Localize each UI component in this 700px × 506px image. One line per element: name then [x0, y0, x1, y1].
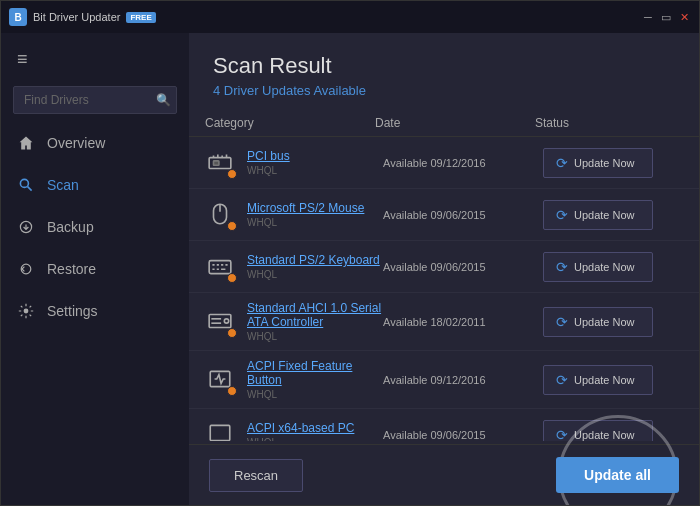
table-row: Microsoft PS/2 Mouse WHQL Available 09/0…: [189, 189, 699, 241]
update-btn-label: Update Now: [574, 261, 635, 273]
update-now-button[interactable]: ⟳ Update Now: [543, 420, 653, 442]
svg-rect-6: [209, 260, 231, 273]
driver-update-cell: ⟳ Update Now: [543, 200, 683, 230]
title-bar-controls: ─ ▭ ✕: [641, 10, 691, 24]
driver-icon-container: [205, 419, 237, 442]
driver-name[interactable]: PCI bus: [247, 149, 290, 163]
update-icon: ⟳: [556, 207, 568, 223]
driver-info: PCI bus WHQL: [205, 147, 383, 179]
driver-icon-container: [205, 147, 237, 179]
svg-rect-12: [210, 425, 230, 440]
table-row: ACPI Fixed Feature Button WHQL Available…: [189, 351, 699, 409]
title-bar: B Bit Driver Updater FREE ─ ▭ ✕: [1, 1, 699, 33]
update-now-button[interactable]: ⟳ Update Now: [543, 307, 653, 337]
driver-icon: [205, 419, 235, 442]
table-row: PCI bus WHQL Available 09/12/2016 ⟳ Upda…: [189, 137, 699, 189]
page-title: Scan Result: [213, 53, 675, 79]
update-now-button[interactable]: ⟳ Update Now: [543, 148, 653, 178]
driver-date: Available 09/06/2015: [383, 429, 543, 441]
alert-dot: [227, 386, 237, 396]
sidebar-item-backup[interactable]: Backup: [1, 206, 189, 248]
main-layout: ≡ 🔍 Overview: [1, 33, 699, 505]
driver-rows: PCI bus WHQL Available 09/12/2016 ⟳ Upda…: [189, 137, 699, 441]
driver-whql: WHQL: [247, 437, 354, 441]
content-header: Scan Result 4 Driver Updates Available: [189, 33, 699, 110]
driver-icon-container: [205, 199, 237, 231]
driver-details: ACPI Fixed Feature Button WHQL: [247, 359, 383, 400]
driver-name[interactable]: Standard PS/2 Keyboard: [247, 253, 380, 267]
restore-button[interactable]: ▭: [659, 10, 673, 24]
bottom-bar: Rescan Update all: [189, 444, 699, 505]
rescan-button[interactable]: Rescan: [209, 459, 303, 492]
driver-details: Standard PS/2 Keyboard WHQL: [247, 253, 380, 280]
driver-whql: WHQL: [247, 217, 364, 228]
alert-dot: [227, 273, 237, 283]
driver-date: Available 09/06/2015: [383, 209, 543, 221]
driver-name[interactable]: Microsoft PS/2 Mouse: [247, 201, 364, 215]
table-header: Category Date Status: [189, 110, 699, 137]
restore-label: Restore: [47, 261, 96, 277]
update-now-button[interactable]: ⟳ Update Now: [543, 200, 653, 230]
svg-rect-7: [209, 314, 231, 327]
alert-dot: [227, 221, 237, 231]
svg-point-8: [224, 318, 228, 322]
search-icon[interactable]: 🔍: [156, 93, 171, 107]
driver-update-cell: ⟳ Update Now: [543, 148, 683, 178]
table-row: Standard PS/2 Keyboard WHQL Available 09…: [189, 241, 699, 293]
home-icon: [17, 134, 35, 152]
driver-update-cell: ⟳ Update Now: [543, 307, 683, 337]
driver-whql: WHQL: [247, 389, 383, 400]
sidebar-item-overview[interactable]: Overview: [1, 122, 189, 164]
driver-icon-container: [205, 306, 237, 338]
svg-rect-3: [209, 157, 231, 168]
close-button[interactable]: ✕: [677, 10, 691, 24]
driver-date: Available 09/12/2016: [383, 374, 543, 386]
update-icon: ⟳: [556, 314, 568, 330]
alert-dot: [227, 328, 237, 338]
update-icon: ⟳: [556, 259, 568, 275]
update-icon: ⟳: [556, 155, 568, 171]
content-area: Scan Result 4 Driver Updates Available C…: [189, 33, 699, 505]
driver-name[interactable]: ACPI x64-based PC: [247, 421, 354, 435]
driver-update-cell: ⟳ Update Now: [543, 365, 683, 395]
update-icon: ⟳: [556, 427, 568, 442]
scan-label: Scan: [47, 177, 79, 193]
driver-details: PCI bus WHQL: [247, 149, 290, 176]
minimize-button[interactable]: ─: [641, 10, 655, 24]
settings-icon: [17, 302, 35, 320]
settings-label: Settings: [47, 303, 98, 319]
hamburger-menu-button[interactable]: ≡: [1, 41, 189, 78]
driver-whql: WHQL: [247, 269, 380, 280]
backup-icon: [17, 218, 35, 236]
restore-icon: [17, 260, 35, 278]
driver-details: Standard AHCI 1.0 Serial ATA Controller …: [247, 301, 383, 342]
sidebar-item-restore[interactable]: Restore: [1, 248, 189, 290]
update-now-button[interactable]: ⟳ Update Now: [543, 252, 653, 282]
table-row: ACPI x64-based PC WHQL Available 09/06/2…: [189, 409, 699, 441]
driver-date: Available 09/06/2015: [383, 261, 543, 273]
update-icon: ⟳: [556, 372, 568, 388]
table-row: Standard AHCI 1.0 Serial ATA Controller …: [189, 293, 699, 351]
overview-label: Overview: [47, 135, 105, 151]
scan-icon: [17, 176, 35, 194]
search-input[interactable]: [13, 86, 177, 114]
driver-name[interactable]: ACPI Fixed Feature Button: [247, 359, 383, 387]
driver-info: Standard AHCI 1.0 Serial ATA Controller …: [205, 301, 383, 342]
header-date: Date: [375, 116, 535, 130]
sidebar-item-settings[interactable]: Settings: [1, 290, 189, 332]
app-logo-icon: B: [9, 8, 27, 26]
free-badge: FREE: [126, 12, 155, 23]
driver-info: ACPI Fixed Feature Button WHQL: [205, 359, 383, 400]
sidebar-item-scan[interactable]: Scan: [1, 164, 189, 206]
driver-update-cell: ⟳ Update Now: [543, 252, 683, 282]
update-btn-label: Update Now: [574, 429, 635, 441]
driver-update-cell: ⟳ Update Now: [543, 420, 683, 442]
driver-date: Available 09/12/2016: [383, 157, 543, 169]
svg-rect-4: [214, 160, 219, 164]
update-all-button[interactable]: Update all: [556, 457, 679, 493]
driver-details: Microsoft PS/2 Mouse WHQL: [247, 201, 364, 228]
app-title: Bit Driver Updater: [33, 11, 120, 23]
svg-point-2: [24, 309, 29, 314]
update-now-button[interactable]: ⟳ Update Now: [543, 365, 653, 395]
driver-name[interactable]: Standard AHCI 1.0 Serial ATA Controller: [247, 301, 383, 329]
